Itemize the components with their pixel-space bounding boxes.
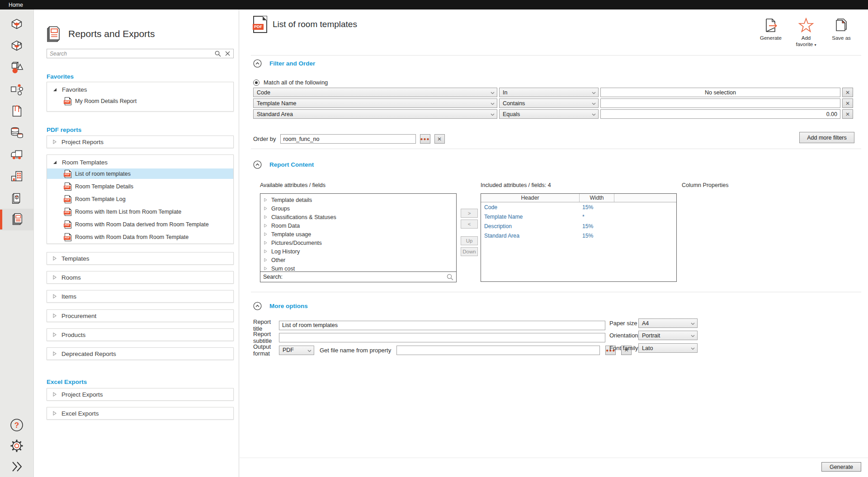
tree-group-project-exports[interactable]: Project Exports bbox=[47, 388, 233, 400]
tree-group-deprecated-reports[interactable]: Deprecated Reports bbox=[47, 348, 233, 360]
tree-item-list-of-room-templates[interactable]: List of room templates bbox=[47, 168, 233, 179]
table-row[interactable]: Description 15% bbox=[481, 221, 676, 231]
filter-value-field[interactable] bbox=[600, 98, 840, 108]
table-row[interactable]: Template Name * bbox=[481, 212, 676, 221]
tree-group-room-templates[interactable]: Room Templates bbox=[47, 156, 233, 168]
tree-group-favorites[interactable]: Favorites bbox=[47, 84, 233, 96]
rail-item-finance[interactable] bbox=[0, 122, 33, 144]
move-down-button[interactable]: Down bbox=[461, 247, 478, 256]
clear-filter-button[interactable]: ✕ bbox=[842, 88, 853, 97]
rail-item-attached-documents[interactable] bbox=[0, 100, 33, 122]
filter-attribute-select[interactable]: Code bbox=[253, 88, 497, 97]
rail-item-room-design[interactable] bbox=[0, 35, 33, 57]
filter-operator-select[interactable]: Equals bbox=[499, 109, 599, 119]
output-format-select[interactable]: PDF bbox=[279, 346, 314, 355]
generate-toolbar-button[interactable]: Generate bbox=[759, 18, 783, 48]
pdf-report-icon bbox=[253, 16, 267, 33]
table-row[interactable]: Standard Area 15% bbox=[481, 231, 676, 240]
order-by-browse-button[interactable]: ●●● bbox=[420, 134, 430, 144]
match-all-radio-row[interactable]: Match all of the following bbox=[253, 79, 328, 86]
included-table-header: Header Width bbox=[481, 194, 676, 202]
filter-value-field[interactable]: 0.00 bbox=[600, 109, 840, 119]
available-item-log-history[interactable]: Log History bbox=[260, 247, 456, 256]
tree-item-rooms-with-room-data-derived[interactable]: Rooms with Room Data derived from Room T… bbox=[47, 219, 233, 229]
collapse-section-icon[interactable] bbox=[253, 59, 262, 68]
add-favorite-toolbar-button[interactable]: Add favorite ▾ bbox=[794, 18, 818, 48]
rail-item-facility[interactable] bbox=[0, 165, 33, 187]
tree-group-procurement[interactable]: Procurement bbox=[47, 310, 233, 322]
available-item-room-data[interactable]: Room Data bbox=[260, 221, 456, 230]
panel-search-input[interactable] bbox=[47, 51, 215, 57]
available-item-template-details[interactable]: Template details bbox=[260, 196, 456, 204]
order-by-clear-button[interactable]: ✕ bbox=[434, 134, 445, 144]
collapse-section-icon[interactable] bbox=[253, 302, 262, 310]
filter-operator-select[interactable]: Contains bbox=[499, 98, 599, 108]
attributes-search-field[interactable]: Search: bbox=[260, 271, 456, 282]
order-by-input[interactable] bbox=[280, 134, 416, 144]
available-item-other[interactable]: Other bbox=[260, 256, 456, 264]
available-item-template-usage[interactable]: Template usage bbox=[260, 230, 456, 238]
room-templates-card: Room Templates List of room templates Ro… bbox=[47, 154, 234, 244]
report-subtitle-input[interactable] bbox=[279, 333, 605, 342]
report-title-input[interactable] bbox=[279, 321, 605, 330]
column-empty bbox=[614, 194, 676, 202]
tree-item-label: Room Template Details bbox=[75, 183, 133, 190]
rail-item-product-catalog[interactable] bbox=[0, 187, 33, 209]
tree-item-rooms-with-item-list[interactable]: Rooms with Item List from Room Template bbox=[47, 206, 233, 217]
get-file-name-input[interactable] bbox=[396, 346, 600, 355]
collapse-section-icon[interactable] bbox=[253, 160, 262, 169]
add-attribute-button[interactable]: > bbox=[461, 209, 478, 218]
tree-item-room-template-details[interactable]: Room Template Details bbox=[47, 181, 233, 192]
filter-attribute-select[interactable]: Standard Area bbox=[253, 109, 497, 119]
tree-item-room-template-log[interactable]: Room Template Log bbox=[47, 194, 233, 204]
tree-item-my-room-details-report[interactable]: My Room Details Report bbox=[47, 96, 233, 106]
rail-item-settings[interactable] bbox=[0, 435, 33, 456]
tree-item-rooms-with-room-data[interactable]: Rooms with Room Data from Room Template bbox=[47, 232, 233, 242]
available-item-pictures-documents[interactable]: Pictures/Documents bbox=[260, 238, 456, 247]
rail-item-expand-panel[interactable] bbox=[0, 456, 33, 477]
rail-item-item-network[interactable] bbox=[0, 79, 33, 100]
search-icon bbox=[447, 274, 453, 281]
orientation-select[interactable]: Portrait bbox=[638, 331, 698, 340]
filter-value-field[interactable]: No selection bbox=[600, 88, 840, 97]
clear-filter-button[interactable]: ✕ bbox=[842, 109, 853, 119]
tree-group-rooms[interactable]: Rooms bbox=[47, 271, 233, 283]
generate-button[interactable]: Generate bbox=[821, 462, 861, 472]
column-width[interactable]: Width bbox=[579, 194, 614, 202]
available-item-groups[interactable]: Groups bbox=[260, 204, 456, 213]
remove-attribute-button[interactable]: < bbox=[461, 220, 478, 229]
move-up-button[interactable]: Up bbox=[461, 236, 478, 245]
pdf-file-icon bbox=[65, 220, 71, 229]
column-header[interactable]: Header bbox=[481, 194, 579, 202]
rail-item-reports[interactable] bbox=[0, 209, 33, 230]
paper-size-select[interactable]: A4 bbox=[638, 318, 698, 328]
products-card: Products bbox=[47, 328, 234, 341]
filter-operator-select[interactable]: In bbox=[499, 88, 599, 97]
tree-group-templates[interactable]: Templates bbox=[47, 253, 233, 264]
clear-search-icon[interactable] bbox=[225, 51, 230, 56]
match-all-radio[interactable] bbox=[253, 80, 259, 86]
rail-item-rooms[interactable] bbox=[0, 14, 33, 35]
panel-search[interactable] bbox=[47, 49, 234, 58]
search-icon[interactable] bbox=[215, 51, 221, 57]
dropdown-caret-icon[interactable]: ▾ bbox=[814, 43, 816, 47]
tree-group-project-reports[interactable]: Project Reports bbox=[47, 136, 233, 148]
tree-group-products[interactable]: Products bbox=[47, 329, 233, 341]
tree-group-items[interactable]: Items bbox=[47, 290, 233, 302]
report-toolbar: Generate Add favorite ▾ bbox=[759, 18, 853, 48]
available-item-sum-cost[interactable]: Sum cost bbox=[260, 264, 456, 271]
filter-attribute-select[interactable]: Template Name bbox=[253, 98, 497, 108]
add-more-filters-button[interactable]: Add more filters bbox=[799, 132, 854, 143]
rail-item-logistics[interactable] bbox=[0, 144, 33, 165]
rail-item-shapes[interactable] bbox=[0, 57, 33, 79]
footer-separator bbox=[240, 458, 868, 458]
clear-filter-button[interactable]: ✕ bbox=[842, 98, 853, 108]
table-row[interactable]: Code 15% bbox=[481, 202, 676, 212]
save-as-toolbar-button[interactable]: Save as bbox=[830, 18, 853, 48]
tree-group-excel-exports[interactable]: Excel Exports bbox=[47, 407, 233, 419]
home-tab[interactable]: Home bbox=[9, 2, 23, 8]
shapes-icon bbox=[9, 60, 24, 75]
rail-item-help[interactable]: ? bbox=[0, 415, 33, 435]
available-item-classifications[interactable]: Classifications & Statuses bbox=[260, 213, 456, 221]
font-family-select[interactable]: Lato bbox=[638, 343, 698, 353]
